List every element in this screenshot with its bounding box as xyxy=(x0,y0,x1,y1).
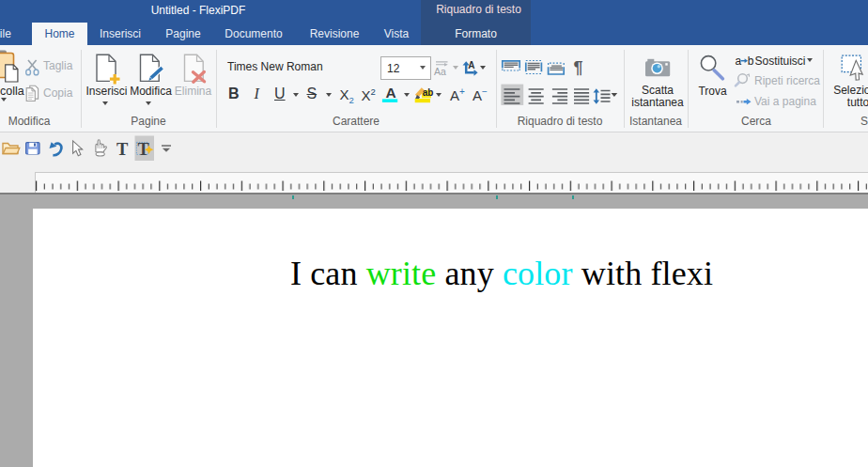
svg-text:T: T xyxy=(116,140,129,159)
